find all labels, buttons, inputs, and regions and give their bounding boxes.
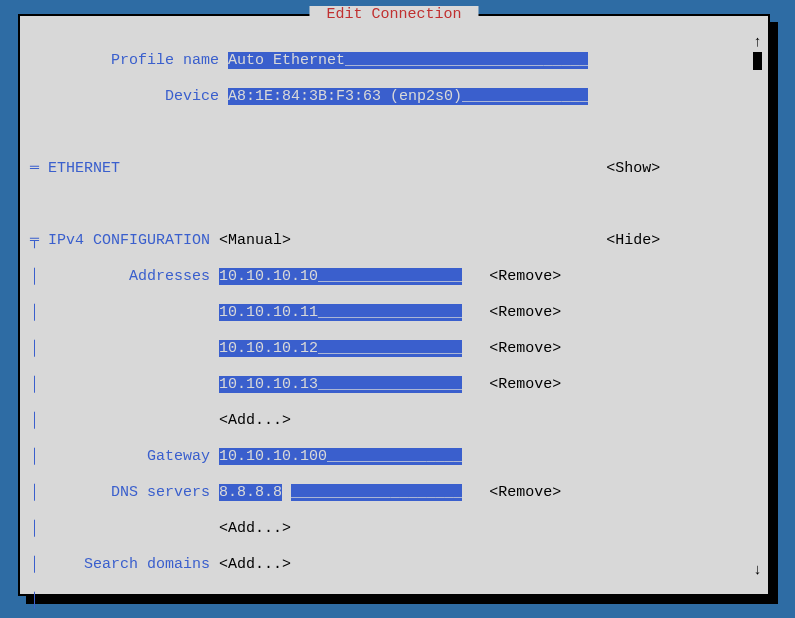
address-remove-2[interactable]: <Remove>	[489, 340, 561, 357]
address-input-3[interactable]: 10.10.10.13________________	[219, 376, 462, 393]
gateway-input[interactable]: 10.10.10.100_______________	[219, 448, 462, 465]
address-input-2[interactable]: 10.10.10.12________________	[219, 340, 462, 357]
address-input-0[interactable]: 10.10.10.10________________	[219, 268, 462, 285]
search-domains-label: Search domains	[84, 556, 210, 573]
profile-name-label: Profile name	[111, 52, 219, 69]
window-title: Edit Connection	[309, 6, 478, 24]
addresses-label: Addresses	[129, 268, 210, 285]
address-remove-0[interactable]: <Remove>	[489, 268, 561, 285]
scroll-down-arrow[interactable]: ↓	[753, 562, 762, 580]
tree-ethernet: ═	[30, 160, 39, 177]
search-domains-add-button[interactable]: <Add...>	[219, 556, 291, 573]
edit-connection-window: Edit Connection ↑ ↓ Profile name Auto Et…	[18, 14, 770, 596]
address-remove-1[interactable]: <Remove>	[489, 304, 561, 321]
dns-add-button[interactable]: <Add...>	[219, 520, 291, 537]
address-remove-3[interactable]: <Remove>	[489, 376, 561, 393]
address-add-button[interactable]: <Add...>	[219, 412, 291, 429]
scrollbar-thumb[interactable]	[753, 52, 762, 70]
dns-remove-button[interactable]: <Remove>	[489, 484, 561, 501]
form-content: Profile name Auto Ethernet______________…	[30, 34, 660, 618]
address-input-1[interactable]: 10.10.10.11________________	[219, 304, 462, 321]
dns-input[interactable]: 8.8.8.8 ___________________	[219, 484, 462, 501]
device-input[interactable]: A8:1E:84:3B:F3:63 (enp2s0)______________	[228, 88, 588, 105]
tree-ipv4-top: ╤	[30, 232, 39, 249]
ethernet-section-label: ETHERNET	[48, 160, 120, 177]
scroll-up-arrow[interactable]: ↑	[753, 34, 762, 52]
ethernet-show-button[interactable]: <Show>	[606, 160, 660, 177]
dns-label: DNS servers	[111, 484, 210, 501]
profile-name-input[interactable]: Auto Ethernet___________________________	[228, 52, 588, 69]
device-label: Device	[165, 88, 219, 105]
ipv4-mode-select[interactable]: <Manual>	[219, 232, 291, 249]
ipv4-section-label: IPv4 CONFIGURATION	[48, 232, 210, 249]
gateway-label: Gateway	[147, 448, 210, 465]
ipv4-hide-button[interactable]: <Hide>	[606, 232, 660, 249]
